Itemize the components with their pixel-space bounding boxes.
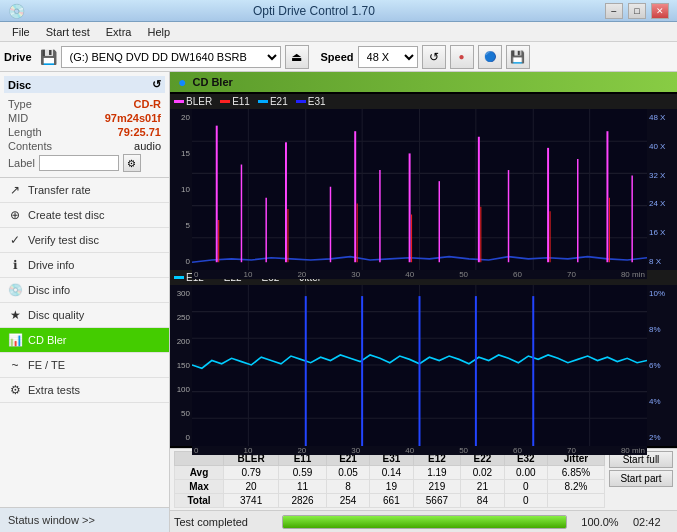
settings-button[interactable]: ● xyxy=(450,45,474,69)
nav-fe-te[interactable]: ~ FE / TE xyxy=(0,353,169,378)
progress-bar: Test completed 100.0% 02:42 xyxy=(170,510,677,532)
stats-max-row: Max 20 11 8 19 219 21 0 8.2% xyxy=(175,480,605,494)
disc-quality-icon: ★ xyxy=(8,308,22,322)
start-part-button[interactable]: Start part xyxy=(609,470,673,487)
legend-e31: E31 xyxy=(296,96,326,107)
window-title: Opti Drive Control 1.70 xyxy=(25,4,603,18)
disc-type-row: Type CD-R xyxy=(4,97,165,111)
drive-info-icon: ℹ xyxy=(8,258,22,272)
stats-buttons: Start full Start part xyxy=(609,451,673,487)
e12-legend-dot xyxy=(174,276,184,279)
charts-area: BLER E11 E21 E31 xyxy=(170,92,677,448)
disc-label-input[interactable] xyxy=(39,155,119,171)
drive-icon: 💾 xyxy=(40,49,57,65)
top-y-axis-left: 20 15 10 5 0 xyxy=(170,109,192,270)
titlebar: 💿 Opti Drive Control 1.70 – □ ✕ xyxy=(0,0,677,22)
status-window-button[interactable]: Status window >> xyxy=(0,507,169,532)
drivebar: Drive 💾 (G:) BENQ DVD DD DW1640 BSRB ⏏ S… xyxy=(0,42,677,72)
maximize-button[interactable]: □ xyxy=(628,3,646,19)
nav-drive-info[interactable]: ℹ Drive info xyxy=(0,253,169,278)
nav-disc-quality[interactable]: ★ Disc quality xyxy=(0,303,169,328)
top-chart-svg-wrap: 01020304050607080 min xyxy=(192,109,647,270)
progress-fill xyxy=(283,516,566,528)
disc-contents-row: Contents audio xyxy=(4,139,165,153)
left-panel: Disc ↺ Type CD-R MID 97m24s01f Length 79… xyxy=(0,72,170,532)
progress-status-text: Test completed xyxy=(174,516,274,528)
save-button[interactable]: 💾 xyxy=(506,45,530,69)
chart-icon: ● xyxy=(178,74,186,90)
eject-button[interactable]: ⏏ xyxy=(285,45,309,69)
stats-bar: BLER E11 E21 E31 E12 E22 E32 Jitter Avg xyxy=(170,448,677,510)
chart-title: CD Bler xyxy=(192,76,232,88)
disc-info-icon: 💿 xyxy=(8,283,22,297)
stats-total-row: Total 3741 2826 254 661 5667 84 0 xyxy=(175,494,605,508)
disc-section: Disc ↺ Type CD-R MID 97m24s01f Length 79… xyxy=(0,72,169,178)
create-test-disc-icon: ⊕ xyxy=(8,208,22,222)
cd-bler-icon: 📊 xyxy=(8,333,22,347)
refresh-button[interactable]: ↺ xyxy=(422,45,446,69)
e21-legend-dot xyxy=(258,100,268,103)
menu-help[interactable]: Help xyxy=(139,24,178,40)
bler-legend-dot xyxy=(174,100,184,103)
top-x-axis: 01020304050607080 min xyxy=(192,270,647,279)
bottom-chart-svg xyxy=(192,285,647,446)
menu-file[interactable]: File xyxy=(4,24,38,40)
legend-e11: E11 xyxy=(220,96,250,107)
nav-menu: ↗ Transfer rate ⊕ Create test disc ✓ Ver… xyxy=(0,178,169,403)
bottom-chart-svg-wrap: 01020304050607080 min xyxy=(192,285,647,446)
fe-te-icon: ~ xyxy=(8,358,22,372)
stats-avg-row: Avg 0.79 0.59 0.05 0.14 1.19 0.02 0.00 6… xyxy=(175,466,605,480)
progress-track xyxy=(282,515,567,529)
top-y-axis-right: 48 X 40 X 32 X 24 X 16 X 8 X xyxy=(647,109,677,270)
speed-label: Speed xyxy=(321,51,354,63)
close-button[interactable]: ✕ xyxy=(651,3,669,19)
stats-container: BLER E11 E21 E31 E12 E22 E32 Jitter Avg xyxy=(174,451,673,508)
e31-legend-dot xyxy=(296,100,306,103)
legend-bler: BLER xyxy=(174,96,212,107)
top-chart-svg xyxy=(192,109,647,270)
disc-header: Disc ↺ xyxy=(4,76,165,93)
legend-e21: E21 xyxy=(258,96,288,107)
main-content: Disc ↺ Type CD-R MID 97m24s01f Length 79… xyxy=(0,72,677,532)
nav-verify-test-disc[interactable]: ✓ Verify test disc xyxy=(0,228,169,253)
disc-mid-row: MID 97m24s01f xyxy=(4,111,165,125)
bottom-chart-container: E12 E22 E32 Jitter xyxy=(170,270,677,446)
app-icon: 💿 xyxy=(8,3,25,19)
progress-time: 02:42 xyxy=(633,516,673,528)
progress-percentage: 100.0% xyxy=(575,516,625,528)
top-chart-container: BLER E11 E21 E31 xyxy=(170,94,677,270)
menubar: File Start test Extra Help xyxy=(0,22,677,42)
bottom-x-axis: 01020304050607080 min xyxy=(192,446,647,455)
bottom-y-axis-left: 300 250 200 150 100 50 0 xyxy=(170,285,192,446)
bottom-y-axis-right: 10% 8% 6% 4% 2% xyxy=(647,285,677,446)
disc-label-row: Label ⚙ xyxy=(4,153,165,173)
top-chart-with-axes: 20 15 10 5 0 xyxy=(170,109,677,270)
bottom-chart-with-axes: 300 250 200 150 100 50 0 xyxy=(170,285,677,446)
extra-tests-icon: ⚙ xyxy=(8,383,22,397)
stats-table: BLER E11 E21 E31 E12 E22 E32 Jitter Avg xyxy=(174,451,605,508)
nav-create-test-disc[interactable]: ⊕ Create test disc xyxy=(0,203,169,228)
nav-transfer-rate[interactable]: ↗ Transfer rate xyxy=(0,178,169,203)
verify-test-disc-icon: ✓ xyxy=(8,233,22,247)
minimize-button[interactable]: – xyxy=(605,3,623,19)
transfer-rate-icon: ↗ xyxy=(8,183,22,197)
refresh-disc-icon[interactable]: ↺ xyxy=(152,78,161,91)
menu-extra[interactable]: Extra xyxy=(98,24,140,40)
disc-length-row: Length 79:25.71 xyxy=(4,125,165,139)
chart-title-bar: ● CD Bler xyxy=(170,72,677,92)
info-button[interactable]: 🔵 xyxy=(478,45,502,69)
top-chart-legend: BLER E11 E21 E31 xyxy=(170,94,677,109)
menu-start-test[interactable]: Start test xyxy=(38,24,98,40)
speed-select[interactable]: 48 X xyxy=(358,46,418,68)
e11-legend-dot xyxy=(220,100,230,103)
nav-cd-bler[interactable]: 📊 CD Bler xyxy=(0,328,169,353)
right-panel: ● CD Bler BLER E11 xyxy=(170,72,677,532)
drive-label: Drive xyxy=(4,51,32,63)
disc-label-set-button[interactable]: ⚙ xyxy=(123,154,141,172)
nav-disc-info[interactable]: 💿 Disc info xyxy=(0,278,169,303)
window-controls: – □ ✕ xyxy=(603,3,669,19)
nav-extra-tests[interactable]: ⚙ Extra tests xyxy=(0,378,169,403)
drive-select[interactable]: (G:) BENQ DVD DD DW1640 BSRB xyxy=(61,46,281,68)
